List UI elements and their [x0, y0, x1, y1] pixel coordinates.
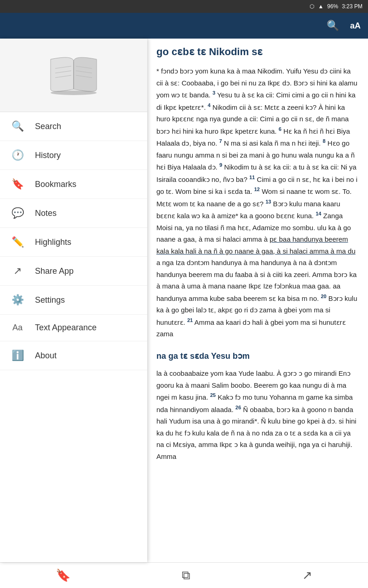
bible-content: go cɛbɛ tɛ Nikodim sɛ * fɔndɔ bɔrɔ yom k…: [147, 39, 368, 562]
bluetooth-icon: ⬡: [310, 3, 314, 10]
sidebar-item-history[interactable]: 🕐 History: [0, 141, 147, 170]
sidebar-item-settings[interactable]: ⚙️ Settings: [0, 286, 147, 315]
notes-icon: 💬: [11, 207, 24, 219]
wifi-icon: ▲: [318, 3, 323, 10]
time-display: 3:23 PM: [342, 3, 362, 10]
highlighted-text: pɛ baa handunya beerem kala kala hali à …: [156, 235, 356, 255]
sidebar-logo: [0, 39, 147, 112]
share-app-icon: ↗: [11, 265, 24, 277]
text-size-icon[interactable]: aA: [350, 21, 361, 31]
sidebar-label-text-appearance: Text Appearance: [35, 323, 97, 333]
sidebar-item-bookmarks[interactable]: 🔖 Bookmarks: [0, 170, 147, 199]
bottom-share-button[interactable]: ↗: [293, 565, 322, 586]
sidebar-label-notes: Notes: [35, 209, 57, 218]
sidebar-label-history: History: [35, 151, 61, 160]
sidebar-item-text-appearance[interactable]: Aa Text Appearance: [0, 315, 147, 341]
sidebar-item-about[interactable]: ℹ️ About: [0, 341, 147, 370]
sidebar-drawer: 🔍 Search 🕐 History 🔖 Bookmarks 💬 Notes ✏…: [0, 39, 147, 562]
about-icon: ℹ️: [11, 350, 24, 362]
sidebar-label-bookmarks: Bookmarks: [35, 180, 76, 189]
settings-icon: ⚙️: [11, 294, 24, 306]
status-bar: ⬡ ▲ 96% 3:23 PM: [0, 0, 368, 13]
history-icon: 🕐: [11, 149, 24, 161]
battery-level: 96%: [327, 3, 338, 10]
sidebar-label-share-app: Share App: [35, 266, 74, 276]
highlights-icon: ✏️: [11, 236, 24, 248]
search-icon[interactable]: 🔍: [327, 20, 339, 32]
bible-text-body: * fɔndɔ bɔrɔ yom kuna ka à maa Nikodim. …: [156, 65, 359, 462]
sidebar-label-about: About: [35, 351, 57, 361]
chapter-title: go cɛbɛ tɛ Nikodim sɛ: [156, 46, 359, 58]
search-menu-icon: 🔍: [11, 120, 24, 132]
main-layout: 🔍 Search 🕐 History 🔖 Bookmarks 💬 Notes ✏…: [0, 39, 368, 562]
bottom-copy-button[interactable]: ⧉: [172, 565, 200, 586]
bookmark-menu-icon: 🔖: [11, 178, 24, 190]
sidebar-item-share-app[interactable]: ↗ Share App: [0, 257, 147, 286]
sidebar-label-settings: Settings: [35, 295, 65, 305]
sidebar-item-notes[interactable]: 💬 Notes: [0, 199, 147, 228]
svg-point-7: [51, 90, 97, 95]
bottom-bookmark-button[interactable]: 🔖: [46, 565, 80, 586]
app-bar: 🔍 aA: [0, 13, 368, 39]
sidebar-item-highlights[interactable]: ✏️ Highlights: [0, 228, 147, 257]
sidebar-item-search[interactable]: 🔍 Search: [0, 112, 147, 141]
sidebar-label-search: Search: [35, 122, 61, 131]
bottom-nav: 🔖 ⧉ ↗: [0, 562, 368, 588]
book-logo-icon: [46, 52, 101, 98]
sidebar-label-highlights: Highlights: [35, 237, 71, 247]
section-title: na ga tɛ sɛda Yesu bɔm: [156, 349, 359, 363]
text-appearance-icon: Aa: [11, 323, 24, 333]
